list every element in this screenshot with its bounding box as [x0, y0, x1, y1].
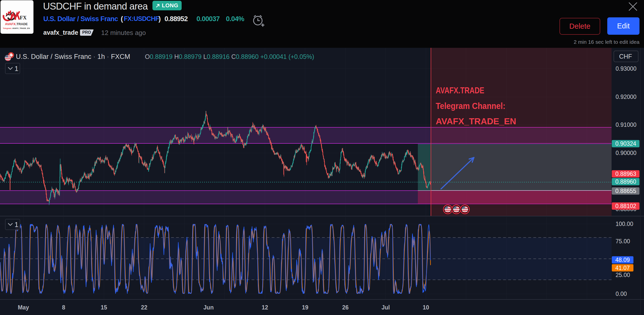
svg-text:8: 8 [62, 304, 65, 311]
svg-text:Telegram Channel:: Telegram Channel: [436, 101, 505, 111]
svg-text:AVAFX.TRADE: AVAFX.TRADE [5, 22, 28, 26]
svg-text:1: 1 [15, 221, 18, 228]
svg-text:0.90000: 0.90000 [616, 150, 636, 156]
svg-text:41.07: 41.07 [615, 265, 630, 271]
svg-text:26: 26 [342, 304, 349, 311]
svg-text:0.92000: 0.92000 [616, 94, 636, 100]
svg-text:100.00: 100.00 [616, 221, 633, 227]
svg-text:Jun: Jun [204, 304, 214, 311]
svg-text:0.00: 0.00 [616, 291, 627, 297]
svg-text:May: May [18, 304, 29, 311]
svg-text:0.88960: 0.88960 [615, 178, 636, 185]
svg-text:25.00: 25.00 [616, 272, 630, 278]
svg-text:10: 10 [423, 304, 429, 311]
svg-text:0.88963: 0.88963 [615, 171, 636, 177]
svg-text:FX: FX [20, 15, 27, 20]
svg-text:19: 19 [302, 304, 308, 311]
svg-text:22: 22 [141, 304, 147, 311]
svg-text:15: 15 [101, 304, 107, 311]
svg-text:AVAFX_TRADE_EN: AVAFX_TRADE_EN [436, 116, 516, 126]
svg-text:0.88102: 0.88102 [615, 203, 636, 209]
svg-text:0.91000: 0.91000 [616, 122, 636, 128]
svg-text:Telegram: AVAFX_TRADE_EN: Telegram: AVAFX_TRADE_EN [3, 27, 30, 29]
svg-text:1: 1 [15, 65, 18, 72]
svg-text:48.09: 48.09 [615, 257, 630, 263]
svg-text:Jul: Jul [381, 304, 390, 311]
svg-text:0.93000: 0.93000 [616, 65, 636, 72]
svg-text:U.S. Dollar / Swiss Franc · 1h: U.S. Dollar / Swiss Franc · 1h · FXCM [16, 53, 130, 60]
svg-text:O0.88919 H0.88979 L0.88916 C0.: O0.88919 H0.88979 L0.88916 C0.88960 +0.0… [145, 53, 314, 60]
svg-text:CHF: CHF [619, 53, 632, 60]
svg-text:0.88655: 0.88655 [615, 188, 636, 194]
svg-text:0.90324: 0.90324 [615, 140, 636, 147]
svg-text:12: 12 [262, 304, 268, 311]
svg-text:75.00: 75.00 [616, 238, 630, 245]
svg-text:AVAFX.TRADE: AVAFX.TRADE [436, 85, 484, 95]
